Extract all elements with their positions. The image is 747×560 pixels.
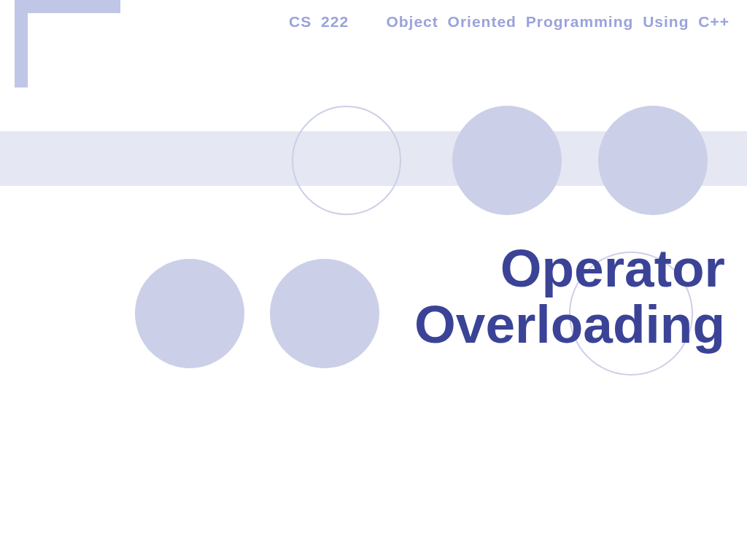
decorative-circle-outline-top (292, 106, 401, 215)
title-line-2: Overloading (414, 297, 725, 353)
slide-title: Operator Overloading (414, 241, 725, 352)
course-title: Object Oriented Programming Using C++ (386, 13, 729, 30)
decorative-circle-filled-bottom-left (135, 259, 244, 368)
corner-top-bar (15, 0, 120, 13)
title-line-1: Operator (414, 241, 725, 297)
course-header: CS 222 Object Oriented Programming Using… (289, 13, 729, 31)
course-code: CS 222 (289, 13, 349, 30)
decorative-circle-filled-top-mid (452, 106, 562, 215)
decorative-circle-filled-top-right (598, 106, 708, 215)
corner-left-bar (15, 0, 28, 88)
corner-decoration (15, 0, 120, 88)
decorative-circle-filled-bottom-mid (270, 259, 379, 368)
